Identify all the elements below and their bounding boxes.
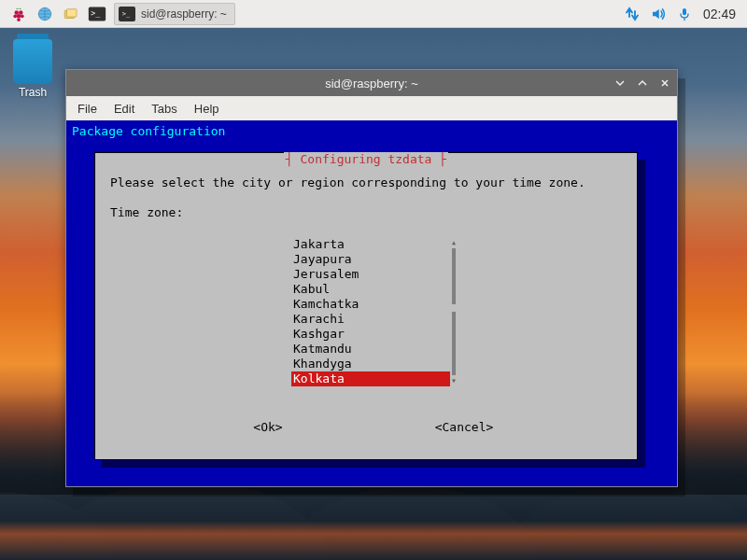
taskbar-task-terminal[interactable]: >_ sid@raspberry: ~	[114, 3, 235, 25]
svg-point-1	[19, 10, 23, 15]
cancel-button[interactable]: <Cancel>	[422, 420, 506, 435]
minimize-icon[interactable]	[636, 77, 649, 90]
network-icon[interactable]	[621, 3, 643, 25]
menu-file[interactable]: File	[78, 102, 97, 116]
scroll-track[interactable]	[452, 248, 456, 375]
trash-desktop-icon[interactable]: Trash	[13, 39, 52, 99]
menu-tabs[interactable]: Tabs	[151, 102, 176, 116]
dialog-field-label: Time zone:	[110, 205, 183, 220]
close-icon[interactable]	[658, 77, 671, 90]
list-item[interactable]: Kabul	[291, 282, 450, 297]
tzdata-dialog: ┤ Configuring tzdata ├ Please select the…	[94, 152, 638, 460]
list-item[interactable]: Jerusalem	[291, 267, 450, 282]
list-item[interactable]: Khandyga	[291, 357, 450, 371]
package-config-header: Package configuration	[72, 124, 671, 139]
ok-button[interactable]: <Ok>	[226, 420, 310, 435]
list-item[interactable]: Jakarta	[291, 237, 450, 252]
svg-point-3	[13, 14, 17, 18]
svg-text:>_: >_	[91, 8, 101, 18]
taskbar: >_ >_ sid@raspberry: ~ 02:49	[0, 0, 747, 28]
trash-icon	[13, 39, 52, 84]
menu-raspberry-icon[interactable]	[7, 3, 31, 25]
microphone-icon[interactable]	[673, 3, 696, 25]
svg-point-4	[21, 14, 24, 18]
trash-label: Trash	[13, 86, 52, 99]
menu-edit[interactable]: Edit	[114, 102, 134, 116]
svg-point-2	[17, 14, 21, 19]
window-menu-icon[interactable]	[613, 77, 627, 90]
terminal-window: sid@raspberry: ~ File Edit Tabs Help Pac…	[65, 69, 678, 487]
scroll-up-arrow[interactable]: ▴	[450, 237, 458, 248]
list-item[interactable]: Kashgar	[291, 327, 450, 342]
scroll-thumb[interactable]	[452, 304, 456, 312]
list-item[interactable]: Kamchatka	[291, 297, 450, 312]
list-scrollbar[interactable]: ▴ ▾	[450, 237, 458, 386]
list-item[interactable]: Jayapura	[291, 252, 450, 267]
scroll-down-arrow[interactable]: ▾	[450, 375, 458, 386]
wallpaper-water	[0, 495, 747, 560]
menu-help[interactable]: Help	[194, 102, 219, 116]
list-item[interactable]: Katmandu	[291, 342, 450, 357]
file-manager-icon[interactable]	[59, 3, 83, 25]
terminal-body[interactable]: Package configuration ┤ Configuring tzda…	[66, 120, 677, 486]
svg-point-0	[15, 10, 20, 15]
volume-icon[interactable]	[647, 3, 669, 25]
terminal-title: sid@raspberry: ~	[325, 77, 418, 91]
timezone-list[interactable]: Jakarta Jayapura Jerusalem Kabul Kamchat…	[291, 237, 450, 386]
terminal-menubar: File Edit Tabs Help	[66, 96, 677, 120]
list-item[interactable]: Karachi	[291, 312, 450, 327]
taskbar-task-label: sid@raspberry: ~	[141, 7, 227, 21]
svg-text:>_: >_	[122, 10, 131, 18]
svg-rect-12	[683, 8, 686, 15]
web-browser-icon[interactable]	[33, 3, 57, 25]
terminal-titlebar[interactable]: sid@raspberry: ~	[66, 70, 677, 96]
terminal-mini-icon: >_	[119, 7, 135, 21]
svg-point-5	[17, 18, 21, 21]
clock[interactable]: 02:49	[698, 7, 741, 21]
list-item-selected[interactable]: Kolkata	[291, 371, 450, 386]
svg-rect-8	[67, 8, 78, 16]
terminal-launcher-icon[interactable]: >_	[85, 3, 109, 25]
dialog-prompt: Please select the city or region corresp…	[110, 175, 585, 190]
